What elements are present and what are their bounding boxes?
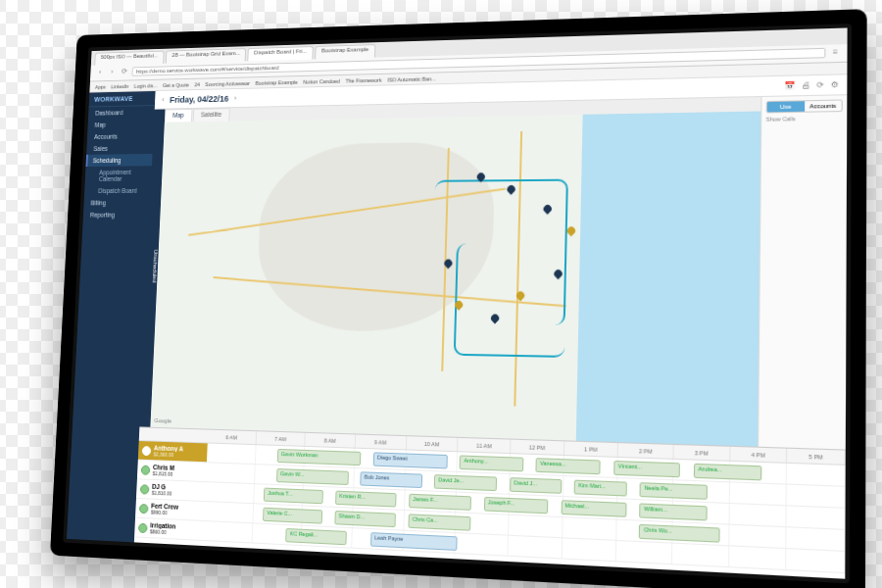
sidebar-item-reporting[interactable]: Reporting (83, 209, 150, 221)
view-toggle[interactable]: UseAccounts (766, 99, 843, 113)
hour-header: 11 AM (458, 438, 511, 453)
appointment-block[interactable]: David J... (510, 477, 562, 494)
next-day-button[interactable]: › (234, 94, 237, 103)
dispatch-timeline: Anthony A$2,360.00Chris M$1,815.00DJ G$1… (134, 426, 846, 578)
appointment-block[interactable]: Bob Jones (361, 471, 422, 488)
avatar (142, 446, 152, 456)
map-pin[interactable] (565, 225, 577, 237)
bookmark-item[interactable]: Login dis... (134, 82, 158, 88)
appointment-block[interactable]: Shawn D... (334, 511, 396, 527)
appointment-block[interactable]: James F... (409, 494, 471, 511)
sidebar-item-map[interactable]: Map (87, 118, 154, 130)
appointment-block[interactable]: David Je... (434, 474, 498, 491)
hour-header: 5 PM (787, 449, 845, 465)
sidebar-item-appointment-calendar[interactable]: Appointment Calendar (85, 166, 152, 184)
appointment-block[interactable]: Vanessa... (536, 458, 601, 474)
bookmark-item[interactable]: Notion Candoed (303, 77, 340, 84)
bookmark-item[interactable]: Sourcing Activewear (205, 80, 250, 87)
forward-button[interactable]: › (108, 68, 117, 77)
hour-header: 8 AM (306, 433, 357, 448)
bookmark-item[interactable]: Get a Quote (163, 81, 189, 87)
sidebar-item-accounts[interactable]: Accounts (87, 129, 154, 142)
right-panel: UseAccounts Show Calls (758, 95, 847, 449)
avatar (140, 484, 150, 494)
appointment-block[interactable]: Gavin W... (276, 468, 349, 485)
show-calls-label: Show Calls (766, 115, 843, 122)
route-map[interactable]: Google (150, 111, 760, 446)
hour-header: 7 AM (256, 431, 306, 446)
hour-header: 1 PM (564, 441, 619, 457)
hour-header: 12 PM (511, 440, 564, 455)
appointment-block[interactable]: Joseph F... (484, 497, 549, 514)
appointment-block[interactable]: Joshua T... (264, 488, 323, 505)
bookmark-item[interactable]: Apps (95, 83, 106, 89)
appointment-block[interactable]: Valerie C... (263, 508, 322, 524)
appointment-block[interactable]: William... (640, 503, 708, 520)
appointment-block[interactable]: Chris Ca... (408, 514, 470, 530)
bookmark-item[interactable]: The Framework (346, 76, 382, 83)
prev-day-button[interactable]: ‹ (162, 95, 165, 104)
appointment-block[interactable]: Andrea... (694, 464, 762, 481)
appointment-block[interactable]: Anthony... (460, 455, 523, 471)
technician-row[interactable]: Anthony A$2,360.00 (138, 441, 208, 463)
bookmark-item[interactable]: ISO Automatic Ban... (387, 75, 436, 82)
view-toggle-accounts[interactable]: Accounts (805, 101, 842, 112)
hour-header: 10 AM (407, 436, 459, 451)
avatar (139, 504, 149, 514)
appointment-block[interactable]: Kristen R... (335, 491, 397, 508)
sidebar-item-dispatch-board[interactable]: Dispatch Board (84, 184, 151, 197)
appointment-block[interactable]: Vincent... (613, 461, 680, 477)
hour-header: 6 AM (208, 430, 257, 445)
view-toggle-use[interactable]: Use (767, 101, 805, 112)
calendar-icon[interactable]: 📅 (784, 81, 795, 91)
appointment-block[interactable]: KC Regali... (286, 528, 347, 545)
hour-header: 4 PM (730, 447, 788, 463)
appointment-block[interactable]: Neela Pe... (640, 482, 708, 500)
map-attribution: Google (154, 417, 172, 423)
hour-header: 9 AM (356, 434, 407, 449)
appointment-block[interactable]: Michael... (561, 500, 626, 517)
print-icon[interactable]: 🖨 (802, 80, 810, 90)
hour-header: 2 PM (618, 443, 674, 459)
avatar (138, 522, 148, 532)
technician-row[interactable]: Irrigation$860.00 (134, 518, 204, 541)
back-button[interactable]: ‹ (95, 68, 104, 76)
map-tab-satellite[interactable]: Satellite (192, 108, 229, 122)
settings-icon[interactable]: ⚙ (831, 80, 839, 90)
refresh-icon[interactable]: ⟳ (816, 80, 824, 90)
bookmark-item[interactable]: 24 (194, 81, 200, 87)
bookmark-item[interactable]: LinkedIn (111, 83, 129, 89)
sidebar-item-scheduling[interactable]: Scheduling (86, 154, 153, 167)
map-tab-map[interactable]: Map (165, 109, 192, 122)
menu-icon[interactable]: ≡ (830, 48, 841, 59)
avatar (141, 465, 151, 474)
reload-button[interactable]: ⟳ (120, 68, 128, 77)
appointment-block[interactable]: Kim Mari... (574, 480, 627, 497)
hour-header: 3 PM (674, 445, 731, 461)
brand-logo: WORKWAVE (89, 91, 156, 107)
appointment-block[interactable]: Diego Sweet (373, 452, 448, 468)
page-title: Friday, 04/22/16 (170, 93, 229, 104)
sidebar-item-sales[interactable]: Sales (86, 142, 153, 155)
bookmark-item[interactable]: Bootstrap Example (255, 78, 297, 85)
sidebar-item-billing[interactable]: Billing (83, 196, 150, 209)
